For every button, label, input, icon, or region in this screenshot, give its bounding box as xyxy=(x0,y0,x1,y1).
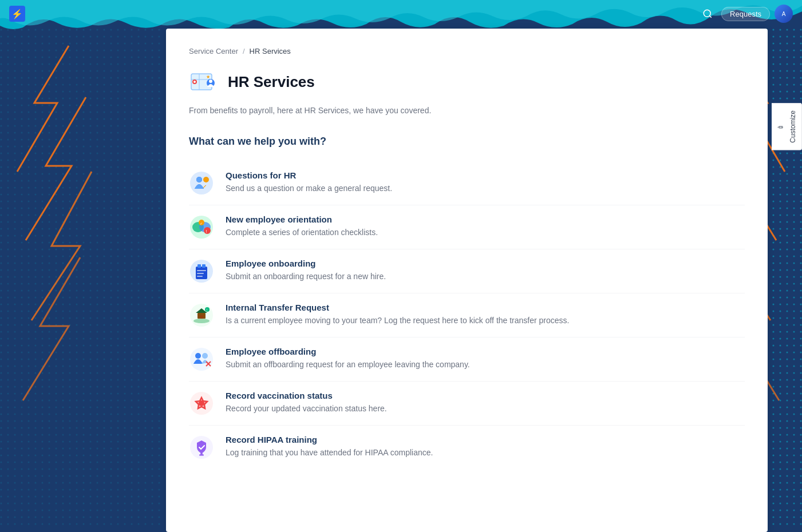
service-item-record-vaccination-status[interactable]: Record vaccination status Record your up… xyxy=(189,382,745,426)
service-content-record-hipaa-training: Record HIPAA training Log training that … xyxy=(226,435,745,459)
service-content-record-vaccination-status: Record vaccination status Record your up… xyxy=(226,391,745,415)
svg-rect-28 xyxy=(197,270,206,271)
service-description-record-hipaa-training: Log training that you have attended for … xyxy=(226,447,745,459)
svg-rect-35 xyxy=(200,315,203,319)
search-button[interactable] xyxy=(698,5,717,23)
svg-point-15 xyxy=(203,177,209,182)
page-header: ★ HR Services xyxy=(189,67,745,97)
svg-rect-26 xyxy=(197,264,201,268)
service-icon-employee-onboarding xyxy=(189,259,214,284)
svg-point-38 xyxy=(190,348,213,371)
service-item-internal-transfer-request[interactable]: ↑ Internal Transfer Request Is a current… xyxy=(189,293,745,338)
svg-rect-0 xyxy=(0,29,160,526)
svg-point-16 xyxy=(196,177,202,182)
service-description-questions-for-hr: Send us a question or make a general req… xyxy=(226,182,745,194)
svg-rect-29 xyxy=(197,273,204,274)
service-icon-new-employee-orientation: ✓ ! xyxy=(189,215,214,240)
service-title-questions-for-hr: Questions for HR xyxy=(226,170,745,180)
svg-rect-47 xyxy=(200,453,203,455)
service-content-employee-onboarding: Employee onboarding Submit an onboarding… xyxy=(226,259,745,283)
service-item-employee-offboarding[interactable]: Employee offboarding Submit an offboardi… xyxy=(189,338,745,382)
svg-text:↑: ↑ xyxy=(206,308,208,312)
service-content-questions-for-hr: Questions for HR Send us a question or m… xyxy=(226,170,745,194)
section-heading: What can we help you with? xyxy=(189,136,745,148)
service-title-record-hipaa-training: Record HIPAA training xyxy=(226,435,745,444)
svg-point-44 xyxy=(199,400,204,406)
service-title-record-vaccination-status: Record vaccination status xyxy=(226,391,745,400)
service-content-internal-transfer-request: Internal Transfer Request Is a current e… xyxy=(226,303,745,327)
service-description-employee-offboarding: Submit an offboarding request for an emp… xyxy=(226,359,745,371)
svg-rect-30 xyxy=(197,276,203,277)
logo-icon: ⚡ xyxy=(11,9,23,19)
service-title-new-employee-orientation: New employee orientation xyxy=(226,215,745,224)
customize-label: Customize xyxy=(789,110,797,143)
logo[interactable]: ⚡ xyxy=(9,6,25,22)
header: ⚡ Requests A xyxy=(0,0,802,27)
main-container: Service Center / HR Services xyxy=(166,29,768,532)
service-description-internal-transfer-request: Is a current employee moving to your tea… xyxy=(226,315,745,327)
svg-point-39 xyxy=(195,353,201,359)
services-list: Questions for HR Send us a question or m… xyxy=(189,161,745,469)
svg-rect-27 xyxy=(202,264,206,268)
svg-point-32 xyxy=(193,319,210,323)
service-title-employee-onboarding: Employee onboarding xyxy=(226,259,745,268)
service-description-new-employee-orientation: Complete a series of orientation checkli… xyxy=(226,227,745,239)
service-description-employee-onboarding: Submit an onboarding request for a new h… xyxy=(226,271,745,283)
svg-point-22 xyxy=(204,227,211,234)
atlas-button[interactable]: A xyxy=(775,5,793,23)
hr-services-icon: ★ xyxy=(189,67,219,97)
svg-point-40 xyxy=(202,353,208,359)
page-description: From benefits to payroll, here at HR Ser… xyxy=(189,106,745,115)
left-lightning xyxy=(0,29,160,526)
service-title-employee-offboarding: Employee offboarding xyxy=(226,347,745,356)
service-content-new-employee-orientation: New employee orientation Complete a seri… xyxy=(226,215,745,239)
service-item-new-employee-orientation[interactable]: ✓ ! New employee orientation Complete a … xyxy=(189,205,745,249)
svg-text:!: ! xyxy=(206,229,207,234)
search-icon xyxy=(702,9,713,19)
service-description-record-vaccination-status: Record your updated vaccination status h… xyxy=(226,403,745,415)
service-icon-questions-for-hr xyxy=(189,170,214,196)
breadcrumb-separator: / xyxy=(243,47,245,55)
service-icon-record-hipaa-training xyxy=(189,435,214,460)
service-title-internal-transfer-request: Internal Transfer Request xyxy=(226,303,745,312)
service-icon-record-vaccination-status xyxy=(189,391,214,416)
customize-icon: ✏ xyxy=(776,122,784,130)
svg-point-13 xyxy=(190,172,213,194)
header-actions: Requests A xyxy=(698,5,793,23)
svg-text:✓: ✓ xyxy=(200,222,203,225)
breadcrumb-parent[interactable]: Service Center xyxy=(189,47,238,55)
requests-button[interactable]: Requests xyxy=(721,7,770,21)
page-icon: ★ xyxy=(189,67,219,97)
svg-point-4 xyxy=(704,10,710,17)
service-content-employee-offboarding: Employee offboarding Submit an offboardi… xyxy=(226,347,745,371)
service-item-questions-for-hr[interactable]: Questions for HR Send us a question or m… xyxy=(189,161,745,205)
content-card: Service Center / HR Services xyxy=(166,29,768,532)
svg-point-9 xyxy=(209,80,212,83)
svg-text:★: ★ xyxy=(206,74,210,80)
svg-point-11 xyxy=(193,81,196,83)
page-title: HR Services xyxy=(228,73,315,91)
service-icon-employee-offboarding xyxy=(189,347,214,372)
breadcrumb-current: HR Services xyxy=(250,47,291,55)
breadcrumb: Service Center / HR Services xyxy=(189,47,745,55)
customize-tab[interactable]: ✏ Customize xyxy=(772,103,802,150)
service-icon-internal-transfer-request: ↑ xyxy=(189,303,214,328)
service-item-record-hipaa-training[interactable]: Record HIPAA training Log training that … xyxy=(189,426,745,469)
service-item-employee-onboarding[interactable]: Employee onboarding Submit an onboarding… xyxy=(189,249,745,293)
